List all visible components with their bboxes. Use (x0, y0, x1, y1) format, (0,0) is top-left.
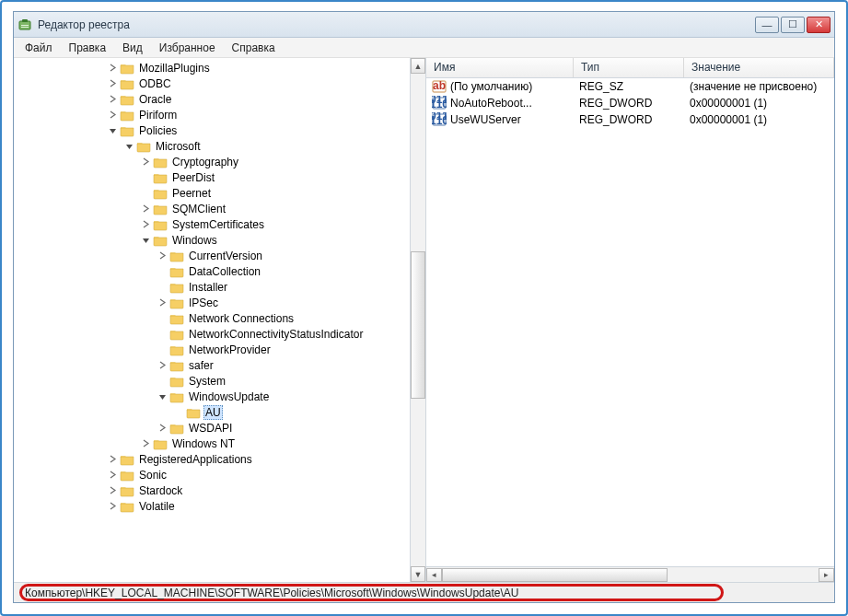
close-button[interactable]: ✕ (807, 17, 831, 33)
tree-item-label: Microsoft (154, 140, 203, 153)
folder-icon (153, 155, 168, 169)
window-buttons: — ☐ ✕ (755, 17, 831, 33)
collapse-icon[interactable] (156, 390, 168, 403)
tree-item-label: System (187, 375, 227, 388)
tree-item[interactable]: NetworkProvider (17, 342, 425, 357)
tree-item[interactable]: Volatile (17, 498, 425, 514)
expand-icon[interactable] (106, 109, 119, 122)
tree-item[interactable]: Piriform (17, 107, 425, 122)
tree-item[interactable]: ODBC (17, 76, 425, 91)
scroll-down-icon[interactable]: ▼ (411, 566, 425, 582)
tree-item[interactable]: WindowsUpdate (17, 389, 425, 404)
values-hscrollbar[interactable]: ◂ ▸ (426, 566, 834, 582)
minimize-button[interactable]: — (755, 17, 779, 33)
tree-item-label: IPSec (187, 296, 220, 309)
value-data: 0x00000001 (1) (684, 97, 834, 110)
folder-icon (169, 296, 184, 310)
menu-favorites[interactable]: Избранное (152, 40, 223, 56)
tree-item[interactable]: safer (17, 357, 425, 373)
values-pane[interactable]: Имя Тип Значение ab(По умолчанию)REG_SZ(… (426, 58, 834, 582)
col-name[interactable]: Имя (426, 58, 574, 77)
tree-item[interactable]: Microsoft (17, 138, 425, 154)
expand-icon[interactable] (106, 93, 119, 106)
expand-icon[interactable] (106, 77, 119, 90)
value-row[interactable]: 011110UseWUServerREG_DWORD0x00000001 (1) (426, 111, 834, 128)
tree-item[interactable]: CurrentVersion (17, 248, 425, 263)
collapse-icon[interactable] (106, 124, 119, 137)
tree-item[interactable]: Oracle (17, 91, 425, 107)
tree-item[interactable]: MozillaPlugins (17, 60, 425, 76)
expand-icon[interactable] (106, 453, 119, 466)
scroll-thumb[interactable] (411, 251, 425, 400)
no-expand-icon (156, 312, 168, 325)
tree-item-label: DataCollection (187, 265, 262, 278)
tree-item[interactable]: Installer (17, 279, 425, 295)
menu-help[interactable]: Справка (225, 40, 283, 56)
scroll-track[interactable] (442, 568, 819, 582)
tree-item[interactable]: PeerDist (17, 169, 425, 185)
tree-vscrollbar[interactable]: ▲ ▼ (410, 58, 425, 582)
menu-edit[interactable]: Правка (62, 40, 114, 56)
expand-icon[interactable] (106, 62, 119, 75)
folder-icon (169, 264, 184, 279)
value-row[interactable]: 011110NoAutoReboot...REG_DWORD0x00000001… (426, 95, 834, 111)
collapse-icon[interactable] (122, 140, 135, 153)
tree-item[interactable]: RegisteredApplications (17, 451, 425, 467)
tree-item[interactable]: Policies (17, 122, 425, 138)
tree-item[interactable]: Sonic (17, 467, 425, 482)
titlebar[interactable]: Редактор реестра — ☐ ✕ (14, 12, 834, 38)
menu-view[interactable]: Вид (115, 40, 150, 56)
tree-item[interactable]: Cryptography (17, 154, 425, 169)
col-data[interactable]: Значение (684, 58, 834, 77)
value-row[interactable]: ab(По умолчанию)REG_SZ(значение не присв… (426, 78, 834, 95)
scroll-track[interactable] (411, 74, 425, 566)
tree-item[interactable]: AU (17, 404, 425, 420)
expand-icon[interactable] (156, 296, 168, 309)
folder-icon (120, 61, 134, 76)
expand-icon[interactable] (139, 218, 152, 231)
expand-icon[interactable] (106, 500, 119, 513)
folder-icon (169, 421, 184, 436)
menubar: Файл Правка Вид Избранное Справка (14, 38, 834, 58)
tree-item-label: Network Connections (187, 312, 296, 325)
tree-item[interactable]: Network Connections (17, 310, 425, 326)
folder-icon (153, 217, 168, 232)
tree-item[interactable]: Peernet (17, 185, 425, 201)
expand-icon[interactable] (106, 484, 119, 497)
scroll-up-icon[interactable]: ▲ (411, 58, 425, 74)
maximize-button[interactable]: ☐ (781, 17, 805, 33)
values-header: Имя Тип Значение (426, 58, 834, 78)
tree-item[interactable]: Windows NT (17, 436, 425, 451)
scroll-thumb[interactable] (442, 568, 668, 582)
tree-item[interactable]: Stardock (17, 482, 425, 498)
svg-rect-2 (21, 25, 29, 26)
scroll-right-icon[interactable]: ▸ (819, 568, 834, 582)
scroll-left-icon[interactable]: ◂ (426, 568, 442, 582)
expand-icon[interactable] (156, 422, 168, 435)
tree-item[interactable]: System (17, 373, 425, 389)
expand-icon[interactable] (139, 437, 152, 450)
values-body: ab(По умолчанию)REG_SZ(значение не присв… (426, 78, 834, 128)
tree-pane[interactable]: MozillaPluginsODBCOraclePiriformPolicies… (14, 58, 426, 582)
tree-item[interactable]: IPSec (17, 295, 425, 310)
tree-item-label: Peernet (170, 187, 213, 200)
tree-item-label: ODBC (137, 77, 173, 90)
col-type[interactable]: Тип (574, 58, 684, 77)
expand-icon[interactable] (139, 156, 152, 169)
tree-item[interactable]: DataCollection (17, 263, 425, 279)
collapse-icon[interactable] (139, 234, 152, 247)
expand-icon[interactable] (106, 469, 119, 482)
expand-icon[interactable] (156, 250, 168, 262)
tree-item-label: Installer (187, 281, 229, 294)
tree-item[interactable]: Windows (17, 232, 425, 248)
tree-item[interactable]: SQMClient (17, 201, 425, 216)
tree-item[interactable]: WSDAPI (17, 420, 425, 436)
regedit-icon (17, 17, 32, 32)
no-expand-icon (156, 375, 168, 388)
no-expand-icon (156, 265, 168, 278)
tree-item[interactable]: SystemCertificates (17, 216, 425, 232)
menu-file[interactable]: Файл (17, 40, 60, 56)
expand-icon[interactable] (139, 203, 152, 215)
tree-item[interactable]: NetworkConnectivityStatusIndicator (17, 326, 425, 342)
expand-icon[interactable] (156, 359, 168, 372)
